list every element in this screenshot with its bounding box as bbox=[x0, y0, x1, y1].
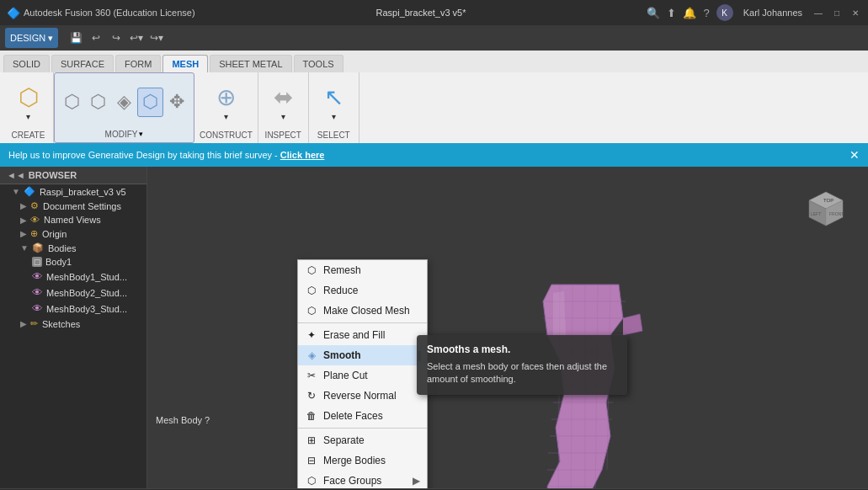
browser-collapse-icon[interactable]: ◄◄ bbox=[7, 170, 25, 180]
menu-item-smooth[interactable]: ◈ Smooth ▌ bbox=[298, 345, 427, 365]
save-button[interactable]: 💾 bbox=[67, 29, 85, 47]
root-expand-icon: ▼ bbox=[12, 187, 20, 196]
browser-item-sketches[interactable]: ▶ ✏ Sketches bbox=[0, 317, 146, 331]
reverse-normal-icon: ↻ bbox=[305, 389, 318, 402]
browser-item-bodies[interactable]: ▼ 📦 Bodies bbox=[0, 241, 146, 255]
face-groups-submenu-arrow: ▶ bbox=[413, 475, 420, 487]
select-button[interactable]: ↖ ▾ bbox=[318, 81, 349, 124]
smooth-tooltip: Smooths a mesh. Select a mesh body or fa… bbox=[417, 335, 627, 395]
tab-form[interactable]: FORM bbox=[115, 55, 161, 72]
modify-dropdown-arrow[interactable]: ▾ bbox=[139, 130, 143, 138]
select-group: ↖ ▾ SELECT bbox=[309, 72, 359, 143]
notification-link[interactable]: Click here bbox=[280, 150, 325, 160]
select-icon: ↖ bbox=[324, 83, 343, 111]
notification-close-button[interactable]: ✕ bbox=[849, 148, 860, 162]
notification-icon[interactable]: 🔔 bbox=[683, 7, 696, 19]
menu-item-face-groups[interactable]: ⬡ Face Groups ▶ bbox=[298, 471, 427, 488]
menu-item-separate[interactable]: ⊞ Separate bbox=[298, 430, 427, 450]
tab-solid[interactable]: SOLID bbox=[3, 55, 50, 72]
inspect-button[interactable]: ⬌ ▾ bbox=[268, 81, 298, 124]
modify-dropdown-menu: ⬡ Remesh ⬡ Reduce ⬡ Make Closed Mesh ✦ E… bbox=[297, 259, 428, 488]
user-name: Karl Johannes bbox=[743, 8, 802, 18]
menu-item-reduce[interactable]: ⬡ Reduce bbox=[298, 280, 427, 301]
inspect-group: ⬌ ▾ INSPECT bbox=[258, 72, 309, 143]
select-buttons: ↖ ▾ bbox=[318, 76, 349, 129]
select-group-label: SELECT bbox=[317, 129, 350, 140]
root-folder-icon: 🔷 bbox=[24, 186, 35, 197]
maximize-button[interactable]: □ bbox=[831, 7, 843, 19]
tooltip-description: Select a mesh body or faces then adjust … bbox=[427, 360, 617, 386]
redo-history-button[interactable]: ↪▾ bbox=[147, 29, 166, 47]
ribbon: SOLID SURFACE FORM MESH SHEET METAL TOOL… bbox=[0, 51, 868, 143]
undo-button[interactable]: ↩ bbox=[87, 29, 105, 47]
erase-fill-button[interactable]: ◈ bbox=[112, 88, 136, 116]
remesh-button[interactable]: ⬡ bbox=[60, 88, 84, 116]
construct-arrow: ▾ bbox=[224, 112, 228, 121]
menu-item-erase-fill[interactable]: ✦ Erase and Fill bbox=[298, 325, 427, 345]
move-copy-button[interactable]: ✥ bbox=[165, 88, 189, 116]
browser-item-origin[interactable]: ▶ ⊕ Origin bbox=[0, 226, 146, 241]
browser-item-root[interactable]: ▼ 🔷 Raspi_bracket_v3 v5 bbox=[0, 184, 146, 199]
construct-icon: ⊕ bbox=[216, 83, 236, 111]
titlebar-left: 🔷 Autodesk Fusion 360 (Education License… bbox=[7, 7, 195, 19]
menu-item-remesh[interactable]: ⬡ Remesh bbox=[298, 260, 427, 280]
reduce-menu-icon: ⬡ bbox=[305, 284, 318, 297]
browser-item-meshbody3[interactable]: 👁 MeshBody3_Stud... bbox=[0, 301, 146, 317]
tab-sheet-metal[interactable]: SHEET METAL bbox=[210, 55, 291, 72]
design-button[interactable]: DESIGN ▾ bbox=[5, 28, 58, 48]
body1-vis-icon: □ bbox=[32, 257, 42, 267]
sketches-folder-icon: ✏ bbox=[30, 318, 38, 329]
minimize-button[interactable]: — bbox=[812, 7, 824, 19]
user-avatar[interactable]: K bbox=[716, 4, 733, 21]
face-groups-icon: ⬡ bbox=[305, 474, 318, 487]
bodies-label: Bodies bbox=[48, 243, 77, 253]
plane-cut-icon: ✂ bbox=[305, 369, 318, 382]
origin-expand-icon: ▶ bbox=[20, 229, 27, 238]
redo-button[interactable]: ↪ bbox=[107, 29, 125, 47]
menu-item-delete-faces[interactable]: 🗑 Delete Faces bbox=[298, 406, 427, 426]
browser-item-body1[interactable]: □ Body1 bbox=[0, 255, 146, 269]
create-icon: ⬡ bbox=[19, 83, 39, 111]
menu-item-make-closed[interactable]: ⬡ Make Closed Mesh bbox=[298, 301, 427, 321]
menu-divider-1 bbox=[298, 322, 427, 323]
notification-bar: Help us to improve Generative Design by … bbox=[0, 143, 868, 167]
smooth-button[interactable]: ⬡ bbox=[137, 88, 163, 117]
construct-group-label: CONSTRUCT bbox=[200, 129, 253, 140]
search-icon[interactable]: 🔍 bbox=[647, 7, 660, 19]
svg-text:FRONT: FRONT bbox=[829, 211, 844, 216]
menu-item-merge-bodies[interactable]: ⊟ Merge Bodies bbox=[298, 450, 427, 471]
browser-item-doc-settings[interactable]: ▶ ⚙ Document Settings bbox=[0, 199, 146, 213]
tab-surface[interactable]: SURFACE bbox=[51, 55, 114, 72]
remesh-menu-icon: ⬡ bbox=[305, 264, 318, 277]
browser-item-named-views[interactable]: ▶ 👁 Named Views bbox=[0, 213, 146, 226]
browser-item-meshbody1[interactable]: 👁 MeshBody1_Stud... bbox=[0, 269, 146, 285]
menu-item-reverse-normal[interactable]: ↻ Reverse Normal bbox=[298, 386, 427, 406]
tab-tools[interactable]: TOOLS bbox=[294, 55, 343, 72]
menu-item-plane-cut[interactable]: ✂ Plane Cut bbox=[298, 365, 427, 386]
construct-button[interactable]: ⊕ ▾ bbox=[210, 81, 241, 124]
navigation-cube[interactable]: TOP LEFT FRONT bbox=[801, 184, 851, 234]
svg-text:TOP: TOP bbox=[823, 198, 833, 203]
undo-history-button[interactable]: ↩▾ bbox=[127, 29, 146, 47]
erase-fill-icon: ◈ bbox=[117, 91, 131, 113]
create-button[interactable]: ⬡ ▾ bbox=[13, 81, 44, 124]
reduce-button[interactable]: ⬡ bbox=[86, 88, 110, 116]
help-icon[interactable]: ? bbox=[703, 7, 709, 19]
create-label: ▾ bbox=[26, 112, 30, 121]
body1-label: Body1 bbox=[45, 257, 72, 267]
viewport[interactable]: TOP LEFT FRONT Mesh Body ? ⬡ Remesh ⬡ Re… bbox=[147, 167, 868, 488]
close-button[interactable]: ✕ bbox=[849, 7, 861, 19]
reduce-icon: ⬡ bbox=[90, 91, 106, 113]
file-name: Raspi_bracket_v3 v5* bbox=[376, 8, 466, 18]
tab-mesh[interactable]: MESH bbox=[162, 55, 208, 72]
notification-text: Help us to improve Generative Design by … bbox=[8, 150, 324, 160]
svg-text:LEFT: LEFT bbox=[811, 211, 821, 216]
modify-group: ⬡ ⬡ ◈ ⬡ ✥ MODIFY ▾ bbox=[54, 72, 194, 143]
share-icon[interactable]: ⬆ bbox=[667, 7, 676, 19]
mesh3-vis-icon: 👁 bbox=[32, 302, 43, 315]
doc-folder-icon: ⚙ bbox=[30, 200, 39, 211]
ribbon-content: ⬡ ▾ CREATE ⬡ ⬡ ◈ ⬡ bbox=[0, 72, 868, 143]
browser-item-meshbody2[interactable]: 👁 MeshBody2_Stud... bbox=[0, 285, 146, 301]
design-label: DESIGN bbox=[10, 33, 45, 43]
doc-expand-icon: ▶ bbox=[20, 201, 27, 210]
